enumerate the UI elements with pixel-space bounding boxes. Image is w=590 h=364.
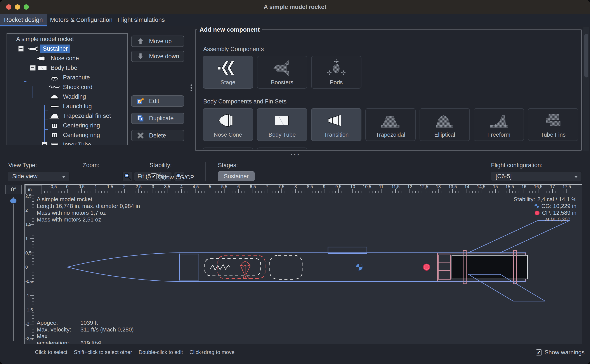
nose-cone-outline[interactable] (67, 253, 179, 281)
transition-icon (312, 110, 361, 131)
delete-button[interactable]: Delete (131, 130, 184, 141)
svg-text:0,5: 0,5 (78, 185, 85, 189)
rotation-slider-knob[interactable] (10, 198, 17, 204)
component-button-elliptical[interactable]: Elliptical (420, 108, 470, 141)
engine-block-outline[interactable] (438, 255, 451, 279)
tree-item-centering-ring[interactable]: Centering ring (7, 130, 127, 140)
component-button-pods[interactable]: Pods (311, 56, 362, 89)
window-scrollbar-thumb[interactable] (584, 34, 588, 78)
ruler-unit-box: in (25, 185, 42, 194)
duplicate-button[interactable]: Duplicate (131, 113, 184, 124)
svg-text:6: 6 (237, 185, 240, 189)
tree-item-inner-tube[interactable]: Inner Tube (7, 140, 127, 145)
component-button-label: Trapezoidal (366, 131, 415, 138)
body-tube-icon (36, 65, 49, 72)
pods-icon (312, 58, 361, 78)
svg-text:4: 4 (180, 185, 183, 189)
shock-cord-dashed-outline[interactable] (205, 258, 261, 276)
move-down-button[interactable]: Move down (131, 51, 184, 62)
rotation-slider-track[interactable] (13, 197, 14, 341)
nose-shoulder-outline[interactable] (180, 254, 199, 280)
tree-item-label: Centering ring (63, 121, 100, 130)
panel-resize-handle[interactable]: ... (288, 148, 303, 157)
tree-item-launch-lug[interactable]: Launch lug (7, 102, 127, 111)
title-bar: A simple model rocket (0, 0, 590, 14)
tree-item-sustainer-selected[interactable]: Sustainer (7, 44, 127, 53)
flight-stats: Apogee:1039 ftMax. velocity:311 ft/s (Ma… (37, 319, 134, 344)
rotation-angle-box: 0° (6, 185, 22, 194)
view-type-label: View Type: (8, 162, 37, 169)
tree-expand-toggle[interactable] (30, 65, 36, 71)
tab-flight-simulations[interactable]: Flight simulations (116, 14, 166, 26)
view-type-dropdown[interactable]: Side view (8, 171, 69, 181)
show-cg-cp-checkbox[interactable]: ✓ (151, 173, 157, 179)
show-warnings-checkbox[interactable]: ✓ (536, 349, 542, 356)
stability-value: 2,4 cal / 14,1 % (537, 196, 577, 203)
svg-text:17: 17 (550, 185, 555, 189)
vertical-ruler: -2,5-2-1,5-1-0,500,511,522,5 (25, 194, 34, 341)
tree-item-label: Launch lug (63, 102, 92, 111)
component-button-freeform[interactable]: Freeform (474, 108, 524, 141)
tree-item-a-simple-model-rocket[interactable]: A simple model rocket (7, 34, 127, 44)
component-button-tube-fins[interactable]: Tube Fins (528, 108, 578, 141)
tree-expand-toggle[interactable] (42, 142, 47, 145)
tree-item-shock-cord[interactable]: Shock cord (7, 82, 127, 92)
flight-configuration-dropdown[interactable]: [C6-5] (491, 171, 582, 181)
boosters-icon (257, 58, 307, 78)
flight-stat-value: 311 ft/s (Mach 0,280) (80, 326, 134, 333)
panel-splitter-handle[interactable] (190, 83, 192, 92)
edit-label: Edit (149, 98, 159, 104)
component-button-label: Tube Fins (528, 131, 578, 138)
tab-bar: Rocket design Motors & Configuration Fli… (0, 14, 590, 26)
controls-separator (205, 162, 206, 181)
component-button-stage[interactable]: Stage (203, 56, 253, 89)
edit-button[interactable]: Edit (131, 95, 184, 107)
svg-text:8: 8 (294, 185, 297, 189)
stage-toggle-sustainer[interactable]: Sustainer (218, 171, 255, 181)
edit-pencil-icon (137, 97, 144, 105)
centering-ring-icon (48, 132, 61, 139)
rocket-info-text: A simple model rocketLength 16,748 in, m… (37, 196, 140, 223)
svg-text:9,5: 9,5 (335, 185, 342, 189)
svg-text:15: 15 (493, 185, 498, 189)
component-button-boosters[interactable]: Boosters (257, 56, 307, 89)
cp-icon (535, 210, 540, 216)
tree-item-wadding[interactable]: Wadding (7, 92, 127, 102)
tree-item-body-tube[interactable]: Body tube (7, 63, 127, 73)
move-up-button[interactable]: Move up (131, 36, 184, 47)
rocket-design-canvas[interactable]: -0,500,511,522,533,544,555,566,577,588,5… (25, 184, 582, 344)
svg-text:12,5: 12,5 (420, 185, 428, 189)
zoom-out-button[interactable] (122, 171, 132, 181)
tab-motors-configuration[interactable]: Motors & Configuration (47, 14, 116, 26)
flight-stat-value: 1039 ft (80, 319, 98, 326)
svg-text:1,5: 1,5 (25, 222, 32, 227)
stability-value-label: Stability: (514, 196, 535, 203)
move-down-label: Move down (149, 53, 179, 60)
tab-rocket-design[interactable]: Rocket design (0, 14, 47, 26)
window-scrollbar-track[interactable] (583, 27, 589, 150)
component-button-partial-1[interactable] (203, 148, 253, 150)
tree-expand-toggle[interactable] (18, 46, 24, 52)
svg-text:3: 3 (152, 185, 154, 189)
svg-text:3,5: 3,5 (164, 185, 170, 189)
svg-text:2: 2 (25, 208, 28, 213)
component-button-label: Pods (312, 79, 361, 86)
chevron-down-icon (62, 176, 66, 178)
body-components-label: Body Components and Fin Sets (203, 98, 287, 105)
svg-text:-2: -2 (25, 322, 29, 326)
component-button-label: Elliptical (420, 131, 469, 138)
svg-text:13,5: 13,5 (448, 185, 457, 189)
component-button-body-tube[interactable]: Body Tube (257, 108, 307, 141)
component-button-trapezoidal[interactable]: Trapezoidal (365, 108, 416, 141)
tree-item-centering-ring[interactable]: Centering ring (7, 121, 127, 130)
component-button-nose-cone[interactable]: Nose Cone (203, 108, 253, 141)
tree-item-parachute[interactable]: Parachute (7, 73, 127, 82)
wadding-dashed-outline[interactable] (269, 255, 303, 279)
component-button-transition[interactable]: Transition (311, 108, 362, 141)
component-button-label: Stage (203, 79, 253, 86)
rocket-info-line: Length 16,748 in, max. diameter 0,984 in (37, 203, 140, 209)
rocket-info-line: Mass with no motors 1,7 oz (37, 209, 140, 216)
tree-item-nose-cone[interactable]: Nose cone (7, 53, 127, 63)
tree-item-trapezoidal-fin-set[interactable]: Trapezoidal fin set (7, 111, 127, 121)
zoom-label: Zoom: (83, 162, 100, 169)
